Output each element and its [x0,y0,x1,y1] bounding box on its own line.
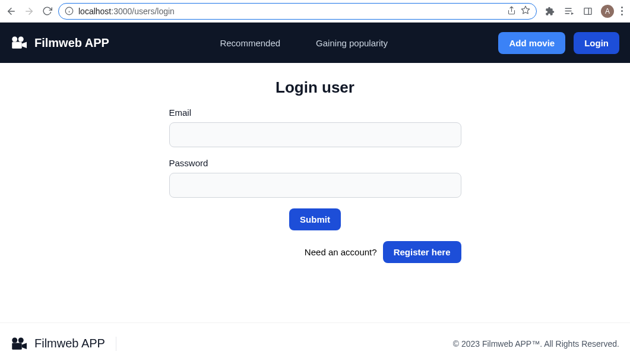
back-icon[interactable] [5,5,18,18]
address-bar[interactable]: localhost:3000/users/login [58,3,537,20]
password-field[interactable] [169,173,461,198]
nav-recommended[interactable]: Recommended [220,38,280,48]
svg-point-14 [18,37,24,42]
svg-point-18 [18,337,24,343]
svg-point-17 [12,337,17,343]
svg-rect-11 [584,8,591,14]
add-movie-button[interactable]: Add movie [498,32,565,54]
footer: Filmweb APP © 2023 Filmweb APP™. All Rig… [0,322,630,364]
nav-links: Recommended Gaining popularity [133,38,475,48]
nav-gaining[interactable]: Gaining popularity [316,38,388,48]
page-title: Login user [169,78,461,97]
svg-marker-16 [22,42,27,49]
brand[interactable]: Filmweb APP [11,36,109,50]
panel-icon[interactable] [582,5,594,17]
login-form: Login user Email Password Submit Need an… [169,78,461,322]
need-account-text: Need an account? [305,247,377,257]
browser-toolbar: localhost:3000/users/login A [0,0,630,23]
star-icon[interactable] [521,5,530,17]
email-field[interactable] [169,122,461,147]
url-host: localhost:3000/users/login [78,7,175,16]
camera-icon [11,337,29,351]
brand-label: Filmweb APP [34,36,109,50]
forward-icon [23,5,36,18]
password-label: Password [169,158,461,168]
header-actions: Add movie Login [498,32,619,54]
camera-icon [11,36,29,50]
svg-rect-19 [12,343,22,349]
menu-icon[interactable] [621,7,623,15]
footer-brand[interactable]: Filmweb APP [11,337,116,351]
svg-marker-20 [22,343,27,349]
app-header: Filmweb APP Recommended Gaining populari… [0,23,630,63]
info-icon [65,7,74,15]
share-icon[interactable] [507,6,516,17]
register-button[interactable]: Register here [383,241,461,263]
profile-avatar[interactable]: A [601,5,614,18]
footer-brand-label: Filmweb APP [34,337,105,350]
svg-marker-10 [571,12,574,15]
reload-icon[interactable] [40,5,53,18]
playlist-icon[interactable] [563,5,575,17]
email-label: Email [169,107,461,118]
extensions-icon[interactable] [544,5,556,17]
login-button[interactable]: Login [574,32,619,54]
footer-copyright: © 2023 Filmweb APP™. All Rights Reserved… [453,339,619,349]
svg-point-13 [12,37,17,42]
svg-rect-15 [12,42,22,49]
svg-marker-6 [521,6,529,14]
browser-actions: A [542,5,625,18]
page-content: Login user Email Password Submit Need an… [0,63,630,322]
submit-button[interactable]: Submit [289,208,341,230]
